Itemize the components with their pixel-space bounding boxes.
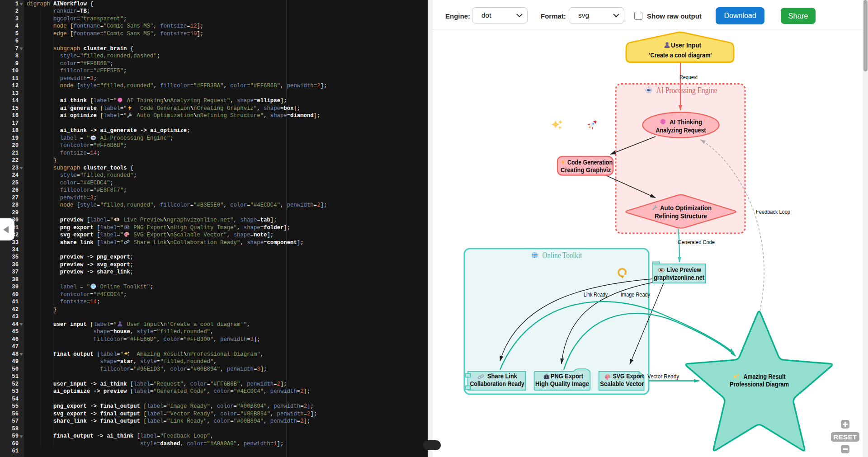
svg-text:Generated Code: Generated Code [678, 239, 715, 245]
svg-text:Professional Diagram: Professional Diagram [730, 381, 789, 388]
svg-text:Scalable Vector: Scalable Vector [600, 380, 644, 387]
svg-text:Amazing Result: Amazing Result [744, 373, 786, 380]
svg-text:Link Ready: Link Ready [584, 291, 608, 298]
svg-text:Vector Ready: Vector Ready [647, 373, 679, 380]
svg-text:PNG Export: PNG Export [551, 372, 583, 380]
svg-text:Auto Optimization: Auto Optimization [660, 204, 712, 212]
svg-text:Analyzing Request: Analyzing Request [656, 127, 706, 134]
svg-text:Share Link: Share Link [487, 372, 518, 380]
svg-text:graphvizonline.net: graphvizonline.net [654, 274, 704, 281]
svg-text:Request: Request [679, 74, 698, 80]
svg-text:Image Ready: Image Ready [621, 291, 650, 298]
svg-text:Refining Structure: Refining Structure [655, 212, 707, 220]
svg-text:High Quality Image: High Quality Image [535, 380, 589, 387]
svg-text:AI Processing Engine: AI Processing Engine [656, 85, 717, 95]
svg-text:Online Toolkit: Online Toolkit [542, 250, 583, 260]
svg-text:AI Thinking: AI Thinking [670, 118, 702, 126]
svg-text:SVG Export: SVG Export [613, 372, 644, 380]
svg-text:'Create a cool diagram': 'Create a cool diagram' [649, 52, 712, 59]
svg-text:Code Generation: Code Generation [567, 159, 613, 166]
svg-text:Collaboration Ready: Collaboration Ready [470, 380, 524, 387]
svg-text:Creating Graphviz: Creating Graphviz [561, 166, 611, 174]
svg-text:Live Preview: Live Preview [667, 266, 702, 273]
svg-text:User Input: User Input [671, 42, 701, 49]
svg-text:Feedback Loop: Feedback Loop [756, 208, 790, 215]
